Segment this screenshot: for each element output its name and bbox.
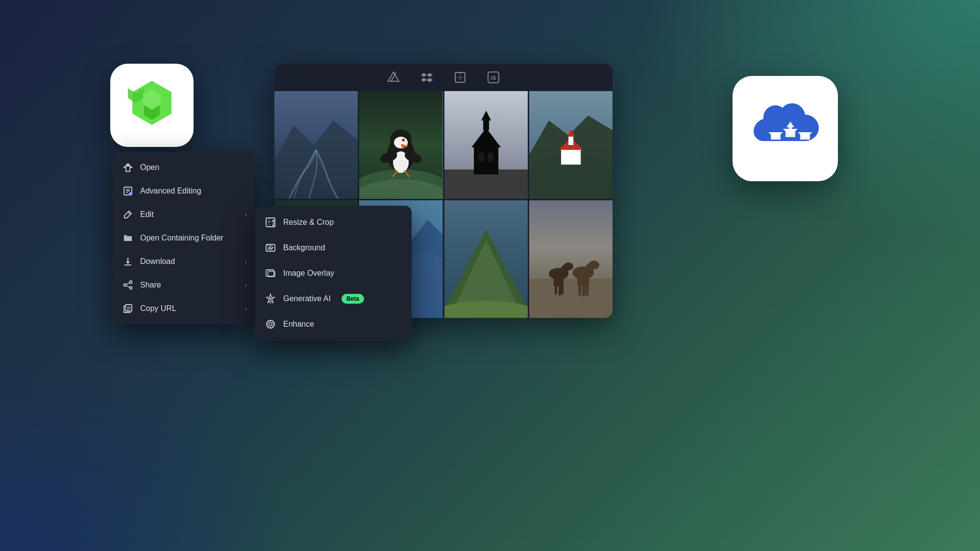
sub-context-menu: Resize & Crop Background Image Overlay xyxy=(255,206,412,341)
svg-rect-83 xyxy=(586,285,588,295)
svg-rect-48 xyxy=(479,152,485,162)
svg-point-80 xyxy=(588,261,599,269)
menu-item-download[interactable]: Download › xyxy=(113,250,255,273)
menu-item-share-label: Share xyxy=(140,281,161,289)
imagekit-icon[interactable]: iS xyxy=(487,71,500,84)
grid-image-7[interactable] xyxy=(444,200,528,318)
grid-image-1[interactable] xyxy=(274,91,358,199)
svg-rect-44 xyxy=(474,145,498,174)
svg-line-100 xyxy=(126,283,130,285)
grid-image-8[interactable] xyxy=(529,200,612,318)
svg-rect-56 xyxy=(568,135,573,145)
sub-menu-item-enhance[interactable]: Enhance xyxy=(255,311,412,337)
open-icon xyxy=(122,162,133,173)
menu-item-advanced-editing-label: Advanced Editing xyxy=(140,187,201,195)
sub-menu-item-background[interactable]: Background xyxy=(255,235,412,261)
menu-item-open-label: Open xyxy=(140,163,159,172)
main-context-menu: Open Advanced Editing Edit › xyxy=(113,152,255,324)
menu-item-copy-url[interactable]: Copy URL › xyxy=(113,297,255,320)
copy-url-icon xyxy=(122,303,133,314)
overlay-icon xyxy=(265,267,276,279)
crop-icon[interactable] xyxy=(453,71,467,84)
svg-rect-81 xyxy=(578,285,581,295)
svg-rect-76 xyxy=(561,285,564,294)
svg-point-119 xyxy=(270,298,271,300)
left-app-icon[interactable] xyxy=(110,64,194,147)
grid-image-2-selected[interactable] xyxy=(359,91,442,199)
svg-point-97 xyxy=(124,284,126,287)
menu-item-copy-url-label: Copy URL xyxy=(140,304,176,313)
svg-line-101 xyxy=(126,286,130,287)
svg-rect-11 xyxy=(789,126,792,130)
svg-rect-69 xyxy=(529,279,612,318)
menu-item-download-label: Download xyxy=(140,257,175,266)
svg-rect-82 xyxy=(582,285,585,296)
hexagon-icon xyxy=(125,78,179,132)
svg-rect-5 xyxy=(771,132,781,140)
sub-menu-item-enhance-label: Enhance xyxy=(283,320,314,329)
svg-point-37 xyxy=(403,139,404,141)
svg-point-127 xyxy=(269,323,272,326)
sub-menu-item-generative-ai[interactable]: Generative AI Beta xyxy=(255,286,412,311)
grid-image-3[interactable] xyxy=(444,91,528,199)
svg-marker-109 xyxy=(273,224,275,226)
svg-point-98 xyxy=(130,281,132,284)
svg-text:iS: iS xyxy=(491,75,496,81)
resize-icon xyxy=(265,216,276,228)
menu-item-open[interactable]: Open xyxy=(113,156,255,179)
svg-marker-16 xyxy=(427,73,433,77)
edit-arrow-icon: › xyxy=(245,211,247,218)
sub-menu-item-background-label: Background xyxy=(283,243,325,252)
cloud-upload-icon xyxy=(751,99,820,158)
svg-rect-49 xyxy=(488,152,493,162)
google-drive-icon[interactable] xyxy=(387,71,400,84)
background-blob-blue xyxy=(0,355,294,551)
share-icon xyxy=(122,280,133,290)
menu-item-edit-label: Edit xyxy=(140,210,154,219)
advanced-editing-icon xyxy=(122,186,133,196)
svg-rect-9 xyxy=(800,132,810,140)
menu-item-open-folder-label: Open Containing Folder xyxy=(140,234,223,242)
svg-rect-54 xyxy=(561,147,581,165)
sub-menu-item-resize-label: Resize & Crop xyxy=(283,218,334,227)
svg-rect-75 xyxy=(559,285,561,295)
background-icon xyxy=(265,242,276,254)
svg-line-13 xyxy=(391,72,396,81)
share-arrow-icon: › xyxy=(245,281,247,289)
svg-marker-17 xyxy=(421,78,427,82)
svg-marker-15 xyxy=(421,73,427,77)
svg-marker-95 xyxy=(126,262,130,264)
ai-icon xyxy=(265,293,276,305)
svg-rect-74 xyxy=(555,285,557,294)
copy-url-arrow-icon: › xyxy=(245,305,247,312)
svg-point-99 xyxy=(130,287,132,289)
folder-icon xyxy=(122,233,133,243)
download-arrow-icon: › xyxy=(245,258,247,265)
svg-point-73 xyxy=(564,263,573,270)
sub-menu-item-ai-label: Generative AI xyxy=(283,294,331,303)
edit-icon xyxy=(122,209,133,220)
sub-menu-item-overlay-label: Image Overlay xyxy=(283,269,334,278)
enhance-icon xyxy=(265,318,276,330)
svg-rect-116 xyxy=(266,270,274,276)
svg-marker-19 xyxy=(427,78,433,82)
svg-point-67 xyxy=(444,301,528,318)
menu-item-share[interactable]: Share › xyxy=(113,273,255,297)
menu-item-advanced-editing[interactable]: Advanced Editing xyxy=(113,179,255,203)
toolbar: iS xyxy=(274,64,612,91)
menu-item-open-folder[interactable]: Open Containing Folder xyxy=(113,226,255,250)
menu-item-edit[interactable]: Edit › xyxy=(113,203,255,226)
download-icon xyxy=(122,256,133,267)
beta-badge: Beta xyxy=(342,294,364,304)
sub-menu-item-image-overlay[interactable]: Image Overlay xyxy=(255,261,412,286)
grid-image-4[interactable] xyxy=(529,91,612,199)
dropbox-icon[interactable] xyxy=(420,71,434,84)
sub-menu-item-resize-crop[interactable]: Resize & Crop xyxy=(255,210,412,235)
right-app-icon[interactable] xyxy=(733,76,838,181)
